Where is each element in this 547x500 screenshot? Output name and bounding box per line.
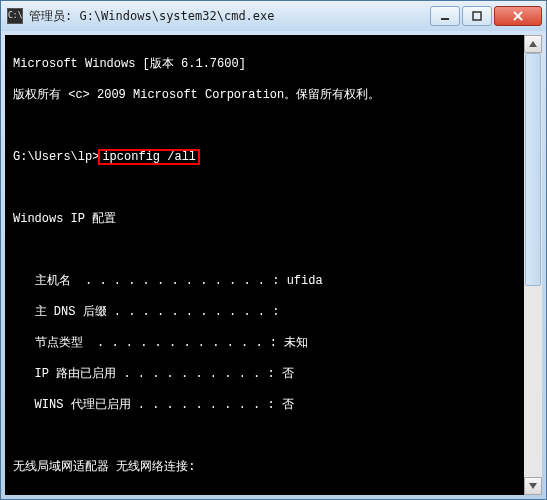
section-ipconfig: Windows IP 配置 (13, 212, 520, 228)
titlebar[interactable]: C:\ 管理员: G:\Windows\system32\cmd.exe (1, 1, 546, 31)
command-highlight: ipconfig /all (99, 150, 199, 164)
maximize-button[interactable] (462, 6, 492, 26)
host-name-value: ufida (287, 274, 323, 288)
vertical-scrollbar[interactable] (524, 35, 542, 495)
banner-line1: Microsoft Windows [版本 6.1.7600] (13, 57, 520, 73)
console-area: Microsoft Windows [版本 6.1.7600] 版权所有 <c>… (5, 35, 542, 495)
node-type-label: 节点类型 . . . . . . . . . . . . : (13, 336, 284, 350)
wins-proxy-value: 否 (282, 398, 294, 412)
scroll-thumb[interactable] (525, 53, 541, 286)
node-type-value: 未知 (284, 336, 308, 350)
prompt-prefix: G:\Users\lp> (13, 150, 99, 164)
close-button[interactable] (494, 6, 542, 26)
banner-line2: 版权所有 <c> 2009 Microsoft Corporation。保留所有… (13, 88, 520, 104)
svg-marker-4 (529, 41, 537, 47)
ip-routing-value: 否 (282, 367, 294, 381)
window-controls (430, 6, 542, 26)
host-name-label: 主机名 . . . . . . . . . . . . . : (13, 274, 287, 288)
ip-routing-label: IP 路由已启用 . . . . . . . . . . : (13, 367, 282, 381)
section-wlan: 无线局域网适配器 无线网络连接: (13, 460, 520, 476)
window-title: 管理员: G:\Windows\system32\cmd.exe (29, 8, 430, 25)
scroll-track[interactable] (524, 53, 542, 477)
wins-proxy-label: WINS 代理已启用 . . . . . . . . . : (13, 398, 282, 412)
scroll-up-button[interactable] (524, 35, 542, 53)
svg-marker-5 (529, 483, 537, 489)
cmd-window: C:\ 管理员: G:\Windows\system32\cmd.exe Mic… (0, 0, 547, 500)
cmd-icon: C:\ (7, 8, 23, 24)
minimize-button[interactable] (430, 6, 460, 26)
scroll-down-button[interactable] (524, 477, 542, 495)
svg-rect-1 (473, 12, 481, 20)
primary-dns-suffix: 主 DNS 后缀 . . . . . . . . . . . : (13, 305, 520, 321)
console-output[interactable]: Microsoft Windows [版本 6.1.7600] 版权所有 <c>… (5, 35, 524, 495)
